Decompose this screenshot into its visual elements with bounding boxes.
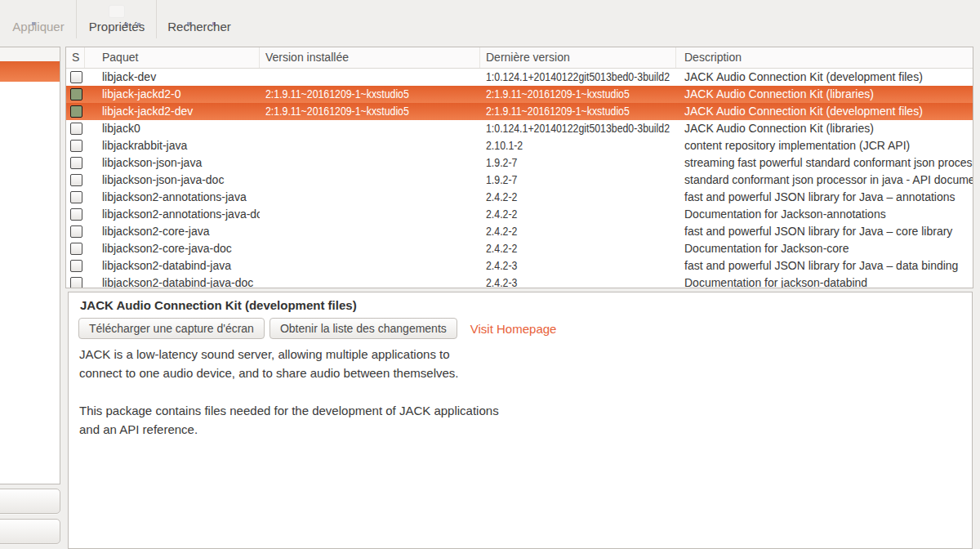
latest-version-cell: 1.9.2-7 [480,172,676,189]
table-row[interactable]: libjackson-json-java1.9.2-7streaming fas… [66,154,973,172]
package-name-cell: libjackson2-core-java-doc [96,240,260,257]
column-header-status[interactable]: S [66,47,85,68]
description-line: JACK is a low-latency sound server, allo… [79,345,499,364]
status-cell [66,103,85,120]
description-cell: JACK Audio Connection Kit (libraries) [676,120,973,137]
column-header-installed-version[interactable]: Version installée [260,47,480,68]
status-cell [66,154,85,172]
table-header: S Paquet Version installée Dernière vers… [66,47,973,69]
latest-version-cell: 2.4.2-2 [480,206,676,223]
table-row[interactable]: libjackson2-core-java2.4.2-2fast and pow… [66,223,973,240]
latest-version-cell: 2:1.9.11~20161209-1~kxstudio5 [480,86,676,103]
latest-version: 1.9.2-7 [486,154,517,172]
latest-version-cell: 2.4.2-3 [480,257,676,274]
latest-version: 2.4.2-3 [486,274,517,288]
installed-version-cell: 2:1.9.11~20161209-1~kxstudio5 [260,103,480,120]
description-cell: fast and powerful JSON library for Java … [676,257,973,274]
description-cell: fast and powerful JSON library for Java … [676,223,973,240]
installed-version-cell [260,154,480,172]
package-name-cell: libjack0 [96,120,260,137]
latest-version-cell: 2.4.2-3 [480,274,676,288]
latest-version: 2:1.9.11~20161209-1~kxstudio5 [486,103,630,120]
table-row[interactable]: libjackrabbit-java2.10.1-2content reposi… [66,137,973,154]
table-row[interactable]: libjack-jackd2-dev2:1.9.11~20161209-1~kx… [66,103,973,120]
sidebar-selected-item[interactable] [0,61,60,82]
package-name-cell: libjack-jackd2-0 [96,86,260,103]
table-row[interactable]: libjack01:0.124.1+20140122git5013bed0-3b… [66,120,973,137]
status-cell [66,206,85,223]
search-button[interactable]: Rechercher [163,18,236,36]
package-name-cell: libjackson2-annotations-java [96,189,260,206]
latest-version: 1:0.124.1+20140122git5013bed0-3build2 [486,69,670,86]
table-row[interactable]: libjackson2-annotations-java2.4.2-2fast … [66,189,973,206]
package-table-body: libjack-dev1:0.124.1+20140122git5013bed0… [66,69,973,288]
package-table: S Paquet Version installée Dernière vers… [65,47,973,288]
installed-version: 2:1.9.11~20161209-1~kxstudio5 [265,86,409,103]
latest-version-cell: 1:0.124.1+20140122git5013bed0-3build2 [480,69,676,86]
table-row[interactable]: libjackson2-annotations-java-doc2.4.2-2D… [66,206,973,223]
properties-button[interactable]: Propriétés [81,18,153,36]
latest-version: 2:1.9.11~20161209-1~kxstudio5 [486,86,630,103]
package-description: JACK is a low-latency sound server, allo… [79,345,499,439]
package-name-cell: libjack-jackd2-dev [96,103,260,120]
package-checkbox[interactable] [70,123,82,135]
icon-cell [85,257,96,274]
column-header-package[interactable]: Paquet [96,47,260,68]
table-row[interactable]: libjackson2-core-java-doc2.4.2-2Document… [66,240,973,257]
download-screenshot-button[interactable]: Télécharger une capture d'écran [78,318,265,339]
description-line: and an API reference. [79,420,499,439]
visit-homepage-link[interactable]: Visit Homepage [470,322,557,336]
latest-version: 2.4.2-2 [486,223,517,240]
table-row[interactable]: libjackson2-databind-java2.4.2-3fast and… [66,257,973,274]
latest-version: 1:0.124.1+20140122git5013bed0-3build2 [486,120,670,137]
package-checkbox[interactable] [70,140,82,152]
status-cell [66,137,85,154]
package-checkbox[interactable] [70,157,82,169]
package-checkbox[interactable] [70,174,82,186]
latest-version-cell: 1.9.2-7 [480,154,676,172]
latest-version: 2.4.2-3 [486,257,517,274]
installed-version-cell [260,120,480,137]
column-header-latest-version[interactable]: Dernière version [480,47,676,68]
get-changelog-button[interactable]: Obtenir la liste des changements [270,318,457,339]
latest-version-cell: 2.4.2-2 [480,240,676,257]
toolbar: Appliquer Propriétés Rechercher [0,0,980,46]
details-pane: JACK Audio Connection Kit (development f… [68,292,973,549]
sidebar-bottom-button-1[interactable] [0,489,60,514]
package-checkbox[interactable] [70,243,82,255]
column-header-icon[interactable] [85,47,96,68]
latest-version-cell: 2.10.1-2 [480,137,676,154]
table-row[interactable]: libjack-dev1:0.124.1+20140122git5013bed0… [66,69,973,86]
toolbar-icon-remnant [109,5,125,18]
apply-button[interactable]: Appliquer [5,18,72,36]
description-cell: JACK Audio Connection Kit (development f… [676,103,973,120]
table-row[interactable]: libjack-jackd2-02:1.9.11~20161209-1~kxst… [66,86,973,103]
status-cell [66,69,85,86]
package-checkbox[interactable] [70,225,82,238]
icon-cell [85,154,96,172]
package-checkbox[interactable] [70,208,82,221]
installed-checkbox[interactable] [70,105,82,118]
installed-version-cell [260,240,480,257]
sidebar-bottom-button-2[interactable] [0,519,60,544]
status-cell [66,172,85,189]
package-name-cell: libjackson2-core-java [96,223,260,240]
column-header-description[interactable]: Description [676,47,973,68]
details-button-row: Télécharger une capture d'écran Obtenir … [78,318,556,339]
package-checkbox[interactable] [70,260,82,272]
latest-version-cell: 2.4.2-2 [480,223,676,240]
latest-version-cell: 2.4.2-2 [480,189,676,206]
description-cell: streaming fast powerful standard conform… [676,154,973,172]
table-row[interactable]: libjackson-json-java-doc1.9.2-7standard … [66,172,973,189]
icon-cell [85,189,96,206]
package-checkbox[interactable] [70,277,82,288]
table-row[interactable]: libjackson2-databind-java-doc2.4.2-3Docu… [66,274,973,288]
description-cell: JACK Audio Connection Kit (development f… [676,69,973,86]
installed-checkbox[interactable] [70,88,82,100]
installed-version-cell [260,189,480,206]
package-checkbox[interactable] [70,191,82,203]
latest-version: 2.4.2-2 [486,189,517,206]
installed-version-cell [260,274,480,288]
package-checkbox[interactable] [70,71,82,83]
latest-version: 2.4.2-2 [486,240,517,257]
